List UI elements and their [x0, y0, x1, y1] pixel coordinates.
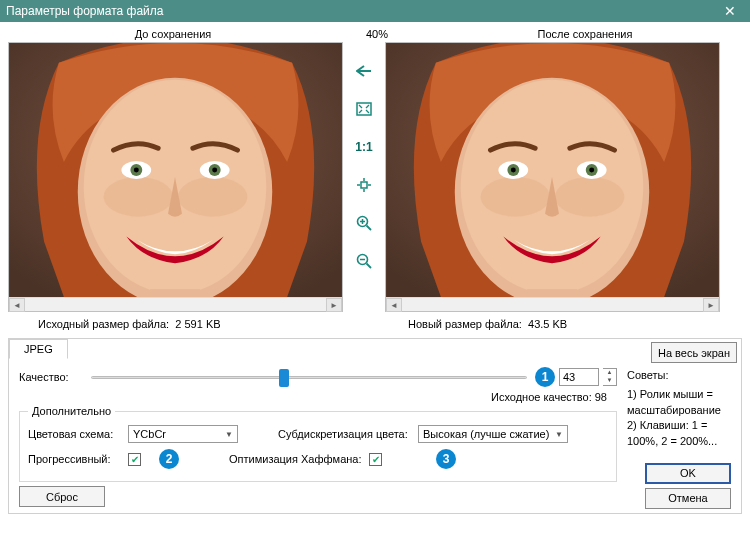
- reset-button[interactable]: Сброс: [19, 486, 105, 507]
- new-size-value: 43.5 KB: [528, 318, 567, 330]
- before-image: [9, 43, 342, 297]
- actual-size-icon[interactable]: 1:1: [353, 136, 375, 158]
- before-label: До сохранения: [8, 28, 338, 40]
- scroll-left-icon[interactable]: ◄: [9, 298, 25, 312]
- ok-button[interactable]: OK: [645, 463, 731, 484]
- scrollbar-before[interactable]: ◄ ►: [9, 297, 342, 311]
- tips-title: Советы:: [627, 368, 731, 383]
- tips-section: Советы: 1) Ролик мыши = масштабирование …: [627, 368, 731, 449]
- scroll-left-icon[interactable]: ◄: [386, 298, 402, 312]
- preview-header: До сохранения 40% После сохранения: [8, 26, 742, 42]
- tab-jpeg[interactable]: JPEG: [9, 339, 68, 359]
- quality-label: Качество:: [19, 371, 87, 383]
- preview-before[interactable]: ◄ ►: [8, 42, 343, 312]
- huffman-label: Оптимизация Хаффмана:: [229, 453, 369, 465]
- subsampling-label: Субдискретизация цвета:: [278, 428, 418, 440]
- svg-rect-14: [361, 182, 367, 188]
- chevron-down-icon: ▼: [225, 430, 233, 439]
- orig-quality-value: 98: [595, 391, 607, 403]
- subsampling-select[interactable]: Высокая (лучше сжатие) ▼: [418, 425, 568, 443]
- chevron-down-icon: ▼: [555, 430, 563, 439]
- new-size-label: Новый размер файла:: [408, 318, 522, 330]
- quality-spinner[interactable]: ▲▼: [603, 368, 617, 386]
- svg-rect-13: [357, 103, 371, 115]
- fit-screen-icon[interactable]: [353, 98, 375, 120]
- after-image: [386, 43, 719, 297]
- scrollbar-after[interactable]: ◄ ►: [386, 297, 719, 311]
- callout-3: 3: [436, 449, 456, 469]
- scroll-right-icon[interactable]: ►: [703, 298, 719, 312]
- center-icon[interactable]: [353, 174, 375, 196]
- color-scheme-select[interactable]: YCbCr ▼: [128, 425, 238, 443]
- progressive-checkbox[interactable]: ✔: [128, 453, 141, 466]
- advanced-group: Дополнительно Цветовая схема: YCbCr ▼ Су…: [19, 405, 617, 482]
- title-bar: Параметры формата файла ✕: [0, 0, 750, 22]
- callout-2: 2: [159, 449, 179, 469]
- zoom-out-icon[interactable]: [353, 250, 375, 272]
- cancel-button[interactable]: Отмена: [645, 488, 731, 509]
- after-label: После сохранения: [398, 28, 742, 40]
- advanced-legend: Дополнительно: [28, 405, 115, 417]
- zoom-percent: 40%: [338, 28, 398, 40]
- preview-toolbar: 1:1: [343, 42, 385, 312]
- quality-input[interactable]: [559, 368, 599, 386]
- original-size-value: 2 591 KB: [175, 318, 220, 330]
- huffman-checkbox[interactable]: ✔: [369, 453, 382, 466]
- close-icon: ✕: [724, 3, 736, 19]
- window-title: Параметры формата файла: [6, 4, 710, 18]
- color-scheme-label: Цветовая схема:: [28, 428, 128, 440]
- quality-slider[interactable]: [91, 366, 527, 388]
- size-row: Исходный размер файла: 2 591 KB Новый ра…: [8, 312, 742, 338]
- callout-1: 1: [535, 367, 555, 387]
- fullscreen-button[interactable]: На весь экран: [651, 342, 737, 363]
- subsampling-value: Высокая (лучше сжатие): [423, 428, 549, 440]
- settings-panel: JPEG На весь экран Качество: 1 ▲▼ Исходн…: [8, 338, 742, 514]
- scroll-right-icon[interactable]: ►: [326, 298, 342, 312]
- tips-line2: 2) Клавиши: 1 = 100%, 2 = 200%...: [627, 418, 731, 449]
- orig-quality-label: Исходное качество:: [491, 391, 592, 403]
- original-size-label: Исходный размер файла:: [38, 318, 169, 330]
- progressive-label: Прогрессивный:: [28, 453, 128, 465]
- back-icon[interactable]: [353, 60, 375, 82]
- close-button[interactable]: ✕: [710, 0, 750, 22]
- tips-line1: 1) Ролик мыши = масштабирование: [627, 387, 731, 418]
- zoom-in-icon[interactable]: [353, 212, 375, 234]
- color-scheme-value: YCbCr: [133, 428, 166, 440]
- preview-after[interactable]: ◄ ►: [385, 42, 720, 312]
